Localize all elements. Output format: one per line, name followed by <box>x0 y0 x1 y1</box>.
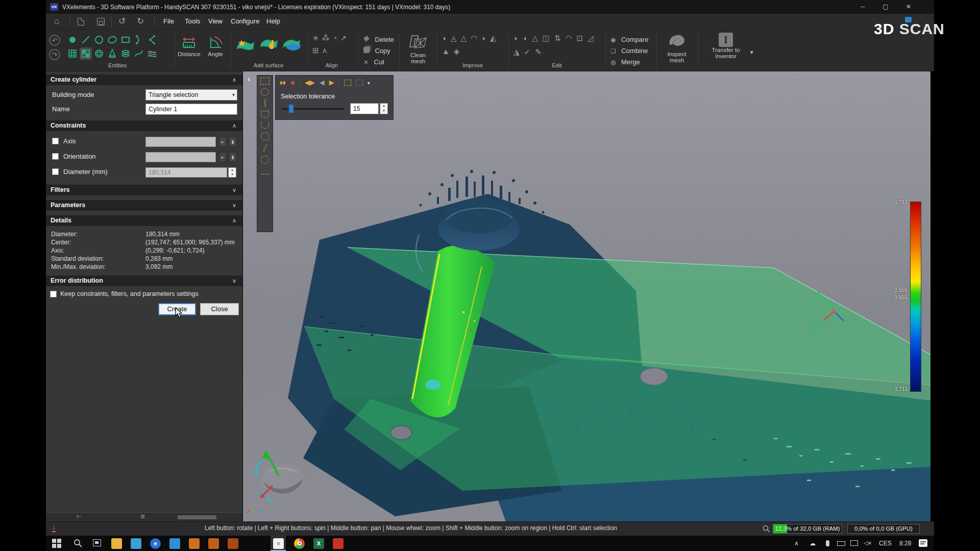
tray-battery-icon[interactable] <box>837 541 845 546</box>
redo-circle-icon[interactable]: ↷ <box>49 49 60 60</box>
inspect-mesh-button[interactable]: Inspect mesh <box>660 33 693 63</box>
edit-waterproof-icon[interactable]: ✓ <box>524 47 531 57</box>
maximize-button[interactable]: ▢ <box>875 0 896 14</box>
filters-header[interactable]: Filters ∨ <box>46 185 242 195</box>
taskbar-app-icon-4[interactable] <box>189 538 200 549</box>
taskbar-app-icon-2[interactable]: e <box>150 538 161 549</box>
more-tools-caret-icon[interactable]: ▾ <box>368 80 370 86</box>
orientation-pick-line-button[interactable]: ▮ <box>229 152 237 162</box>
tree-view-icon[interactable]: ⊢ <box>77 513 82 520</box>
align-triad-icon[interactable]: ⋏ <box>322 46 328 55</box>
curve-entity-icon[interactable] <box>133 47 145 60</box>
tolerance-spinbox[interactable]: 15 <box>350 103 379 114</box>
angle-button[interactable]: Angle <box>205 36 226 57</box>
sphere-entity-icon[interactable] <box>93 47 105 60</box>
improve-boundary-icon[interactable]: ◠ <box>471 34 477 43</box>
home-icon[interactable]: ⌂ <box>54 16 59 27</box>
line-selection-icon[interactable] <box>262 144 267 152</box>
grow-selection-icon[interactable]: ◀▶ <box>305 79 315 87</box>
edit-offset-icon[interactable]: ⇅ <box>554 34 561 43</box>
spin-up-icon[interactable]: ▲ <box>229 168 236 172</box>
menu-configure[interactable]: Configure <box>231 17 259 25</box>
distance-button[interactable]: Distance <box>178 36 200 57</box>
combine-button[interactable]: ❏ Combine <box>610 46 648 55</box>
align-mesh-icon[interactable]: ◔ <box>333 34 337 43</box>
viewport-3d[interactable]: X Y Z <box>243 71 930 521</box>
improve-triangle-icon[interactable]: △ <box>461 34 467 43</box>
axis-pick-line-button[interactable]: ▮ <box>229 137 237 147</box>
contract-selection-icon[interactable] <box>356 80 363 86</box>
invert-selection-icon[interactable]: ▶ <box>329 79 334 87</box>
transfer-inventor-button[interactable]: I Transfer to Inventor <box>704 33 747 59</box>
orientation-pick-button[interactable]: ▸ <box>218 152 227 162</box>
grid-entity-icon[interactable] <box>66 47 79 60</box>
tray-cloud-icon[interactable]: ☁ <box>810 540 816 547</box>
notification-center-icon[interactable] <box>919 539 927 547</box>
cone-entity-icon[interactable] <box>106 47 118 60</box>
align-arrow-icon[interactable]: ↗ <box>340 34 347 43</box>
rectangle-selection-icon[interactable] <box>260 78 270 85</box>
bracket-selection-icon[interactable] <box>261 121 269 129</box>
improve-decimate-icon[interactable]: ◭ <box>490 34 496 43</box>
taskbar-app-icon-5[interactable] <box>208 538 219 549</box>
add-surface-icon-3[interactable] <box>282 36 301 53</box>
tolerance-spinner[interactable]: ▲ ▼ <box>380 103 388 114</box>
minimize-button[interactable]: ─ <box>852 0 873 14</box>
polyline-entity-icon[interactable] <box>146 34 158 46</box>
edit-protractor-icon[interactable]: ◠ <box>565 34 572 43</box>
circle-selection-icon[interactable] <box>261 156 269 164</box>
improve-fill-icon[interactable]: ◖ <box>442 34 447 43</box>
diameter-checkbox[interactable] <box>52 168 59 175</box>
taskbar-app-icon-3[interactable] <box>169 538 180 549</box>
freeform-selection-icon[interactable] <box>261 88 269 95</box>
taskbar-active-document-icon[interactable]: ≡ <box>273 538 284 549</box>
arc-entity-icon[interactable] <box>133 34 145 46</box>
collapse-panel-arrow-icon[interactable]: ‹ <box>248 74 250 84</box>
edit-pen-icon[interactable]: ✎ <box>535 47 542 57</box>
taskbar-red-app-icon[interactable] <box>333 538 344 549</box>
clean-mesh-button[interactable]: Clean mesh <box>403 33 433 64</box>
slice-stack-icon[interactable] <box>119 47 132 60</box>
menu-help[interactable]: Help <box>266 17 280 25</box>
tray-chevron-icon[interactable]: ∧ <box>794 540 799 547</box>
merge-button[interactable]: ◍ Merge <box>610 57 640 66</box>
taskbar-app-icon-1[interactable] <box>131 538 141 549</box>
spin-down-icon[interactable]: ▼ <box>229 172 236 177</box>
triangle-selection-icon[interactable] <box>261 167 269 174</box>
edit-patch-icon[interactable]: ◖ <box>523 34 527 43</box>
axis-checkbox[interactable] <box>52 138 59 144</box>
cross-section-icon[interactable] <box>146 47 158 60</box>
ellipse-entity-icon[interactable] <box>106 34 118 46</box>
close-panel-button[interactable]: Close <box>200 303 239 315</box>
edit-select-icon[interactable]: ⊡ <box>577 34 583 43</box>
ushape-selection-icon[interactable] <box>261 111 269 118</box>
select-through-icon[interactable]: ⬧⬧ <box>280 79 286 87</box>
menu-tools[interactable]: Tools <box>185 17 200 25</box>
add-surface-icon-1[interactable] <box>236 36 255 53</box>
start-button[interactable] <box>52 539 61 548</box>
edit-curve-icon[interactable]: ◿ <box>587 34 594 43</box>
task-view-icon[interactable] <box>93 539 101 546</box>
new-file-icon[interactable] <box>78 18 84 26</box>
redo-icon[interactable]: ↻ <box>137 16 144 27</box>
circle-entity-icon[interactable] <box>93 34 105 46</box>
spin-up-icon[interactable]: ▲ <box>380 104 387 109</box>
shrink-selection-icon[interactable]: ◀ <box>320 79 325 87</box>
align-grid-icon[interactable]: ⊞ <box>312 46 319 55</box>
delete-button[interactable]: Delete <box>363 35 394 44</box>
taskbar-folder-icon[interactable] <box>111 538 122 549</box>
tray-network-icon[interactable] <box>850 540 858 546</box>
download-icon[interactable]: ↓ <box>52 523 56 532</box>
improve-triangles-icon[interactable]: ◬ <box>451 34 457 43</box>
taskbar-search-icon[interactable] <box>74 539 83 548</box>
close-button[interactable]: ✕ <box>898 0 919 14</box>
parameters-header[interactable]: Parameters ∨ <box>46 200 242 211</box>
tray-mute-icon[interactable]: ◁✕ <box>864 540 872 546</box>
rectangle-entity-icon[interactable] <box>119 34 132 46</box>
menu-view[interactable]: View <box>208 17 223 25</box>
tolerance-slider-handle[interactable] <box>289 105 293 113</box>
improve-patch-icon[interactable]: ◗ <box>481 34 486 43</box>
orientation-widget[interactable] <box>254 451 304 501</box>
compare-button[interactable]: ◉ Compare <box>610 35 648 44</box>
keep-settings-checkbox[interactable] <box>50 291 57 297</box>
